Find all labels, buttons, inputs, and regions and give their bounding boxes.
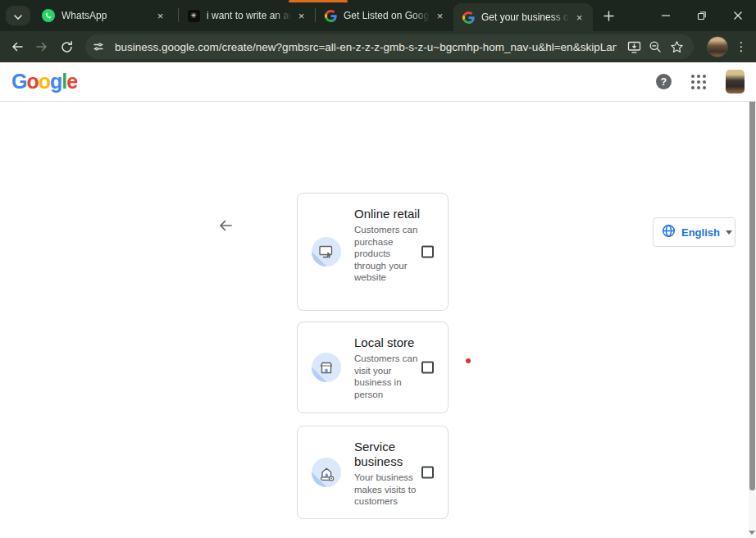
chevron-down-icon [726, 230, 732, 235]
tab-title: Get your business on G [481, 11, 569, 23]
tab-title: WhatsApp [61, 10, 150, 21]
close-window-button[interactable] [720, 2, 756, 30]
online-retail-checkbox[interactable] [421, 246, 434, 258]
chatgpt-icon: ✳ [187, 9, 200, 22]
bookmark-star-icon[interactable] [666, 36, 687, 57]
card-online-retail[interactable]: Online retail Customers can purchase pro… [297, 193, 449, 311]
service-business-icon [312, 458, 341, 487]
back-icon[interactable] [5, 34, 30, 59]
account-avatar[interactable] [726, 70, 745, 93]
close-icon[interactable]: × [153, 9, 167, 23]
close-icon[interactable]: × [294, 9, 308, 23]
card-title: Service business [354, 440, 421, 469]
google-app-bar: Google ? [0, 62, 756, 102]
chevron-down-icon [14, 8, 22, 23]
card-local-store[interactable]: Local store Customers can visit your bus… [297, 321, 449, 413]
restore-button[interactable] [684, 2, 720, 30]
browser-menu-icon[interactable]: ⋮ [733, 39, 749, 54]
online-retail-icon [312, 237, 341, 267]
tab-get-listed[interactable]: Get Listed on Google × [316, 5, 453, 26]
refresh-icon[interactable] [54, 34, 79, 59]
cursor-recording-dot [466, 358, 471, 363]
local-store-icon [312, 353, 341, 382]
profile-avatar[interactable] [707, 36, 728, 57]
whatsapp-icon [42, 9, 55, 22]
google-logo[interactable]: Google [11, 70, 77, 93]
zoom-out-icon[interactable] [644, 36, 666, 57]
close-icon[interactable]: × [572, 11, 586, 25]
address-bar[interactable]: business.google.com/create/new?gmbsrc=al… [85, 34, 694, 59]
help-icon[interactable]: ? [656, 74, 672, 89]
language-selector[interactable]: English [653, 217, 736, 247]
tab-whatsapp[interactable]: WhatsApp × [34, 5, 178, 26]
card-description: Your business makes visits to customers [354, 472, 421, 508]
globe-icon [662, 224, 676, 241]
forward-icon[interactable] [30, 34, 54, 59]
window-controls [648, 0, 756, 31]
card-title: Online retail [354, 207, 421, 221]
card-service-business[interactable]: Service business Your business makes vis… [297, 426, 449, 519]
card-description: Customers can purchase products through … [354, 224, 421, 284]
browser-window: WhatsApp × ✳ i want to write an artic × … [0, 0, 756, 538]
url-text[interactable]: business.google.com/create/new?gmbsrc=al… [115, 41, 617, 53]
tab-strip: WhatsApp × ✳ i want to write an artic × … [0, 0, 756, 31]
page-content: Choose your business type Select all tha… [0, 102, 756, 538]
browser-toolbar: business.google.com/create/new?gmbsrc=al… [0, 31, 756, 62]
tab-get-your-business[interactable]: Get your business on G × [453, 3, 593, 31]
page-back-icon[interactable] [216, 216, 235, 235]
minimize-button[interactable] [648, 2, 684, 30]
tab-capture-indicator [289, 0, 348, 2]
card-title: Local store [354, 335, 421, 350]
tab-title: i want to write an artic [207, 10, 291, 21]
service-business-checkbox[interactable] [421, 467, 434, 479]
google-g-icon [462, 11, 475, 24]
close-icon[interactable]: × [433, 9, 447, 23]
card-description: Customers can visit your business in per… [354, 353, 421, 400]
scrollbar-down-arrow[interactable] [749, 531, 755, 535]
tab-search-button[interactable] [6, 6, 30, 25]
tab-title: Get Listed on Google [344, 10, 430, 21]
google-g-icon [324, 9, 337, 22]
site-controls-icon[interactable] [89, 37, 108, 57]
tab-article[interactable]: ✳ i want to write an artic × [179, 5, 315, 26]
local-store-checkbox[interactable] [421, 362, 434, 374]
new-tab-button[interactable] [598, 5, 619, 26]
install-icon[interactable] [623, 36, 644, 57]
scrollbar-thumb[interactable] [749, 102, 755, 490]
google-apps-icon[interactable] [691, 75, 706, 89]
language-label: English [681, 226, 720, 239]
